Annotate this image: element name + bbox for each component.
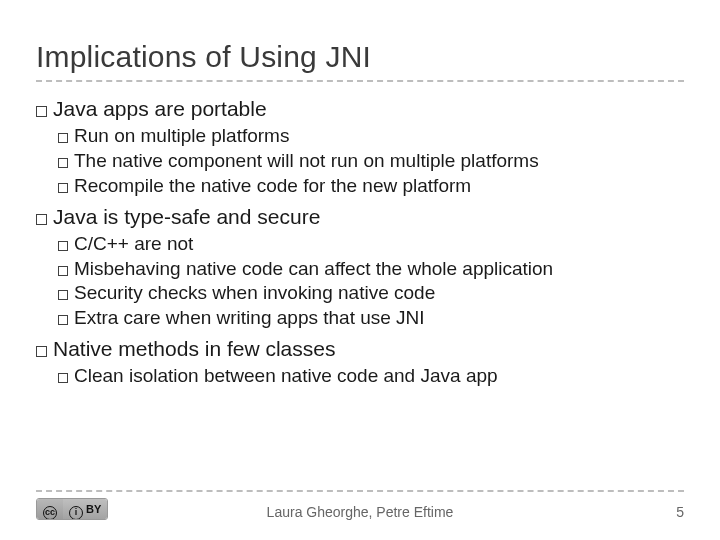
page-number: 5 <box>676 504 684 520</box>
bullet-level2: Security checks when invoking native cod… <box>58 281 684 305</box>
square-bullet-icon <box>58 290 68 300</box>
slide: Implications of Using JNI Java apps are … <box>0 0 720 540</box>
square-bullet-icon <box>58 266 68 276</box>
authors-text: Laura Gheorghe, Petre Eftime <box>36 504 684 520</box>
square-bullet-icon <box>58 158 68 168</box>
bullet-level2: Recompile the native code for the new pl… <box>58 174 684 198</box>
bullet-level2: Misbehaving native code can affect the w… <box>58 257 684 281</box>
bullet-text: Extra care when writing apps that use JN… <box>74 307 425 328</box>
bullet-text: Security checks when invoking native cod… <box>74 282 435 303</box>
bullet-level2: C/C++ are not <box>58 232 684 256</box>
square-bullet-icon <box>36 214 47 225</box>
bullet-text: Java is type-safe and secure <box>53 205 320 228</box>
bullet-text: Native methods in few classes <box>53 337 335 360</box>
bullet-text: Recompile the native code for the new pl… <box>74 175 471 196</box>
slide-title: Implications of Using JNI <box>36 40 684 74</box>
square-bullet-icon <box>58 373 68 383</box>
footer-divider <box>36 490 684 492</box>
bullet-level1: Java apps are portable <box>36 96 684 122</box>
square-bullet-icon <box>58 241 68 251</box>
bullet-text: The native component will not run on mul… <box>74 150 539 171</box>
title-divider <box>36 80 684 82</box>
slide-footer: cc i BY Laura Gheorghe, Petre Eftime 5 <box>36 480 684 520</box>
bullet-text: Java apps are portable <box>53 97 267 120</box>
bullet-level2: Run on multiple platforms <box>58 124 684 148</box>
bullet-level1: Java is type-safe and secure <box>36 204 684 230</box>
square-bullet-icon <box>58 183 68 193</box>
bullet-level2: The native component will not run on mul… <box>58 149 684 173</box>
slide-content: Java apps are portable Run on multiple p… <box>36 96 684 388</box>
square-bullet-icon <box>36 346 47 357</box>
square-bullet-icon <box>58 315 68 325</box>
bullet-level2: Clean isolation between native code and … <box>58 364 684 388</box>
bullet-text: Misbehaving native code can affect the w… <box>74 258 553 279</box>
square-bullet-icon <box>36 106 47 117</box>
bullet-level2: Extra care when writing apps that use JN… <box>58 306 684 330</box>
bullet-text: Clean isolation between native code and … <box>74 365 498 386</box>
bullet-text: C/C++ are not <box>74 233 193 254</box>
bullet-text: Run on multiple platforms <box>74 125 289 146</box>
square-bullet-icon <box>58 133 68 143</box>
bullet-level1: Native methods in few classes <box>36 336 684 362</box>
